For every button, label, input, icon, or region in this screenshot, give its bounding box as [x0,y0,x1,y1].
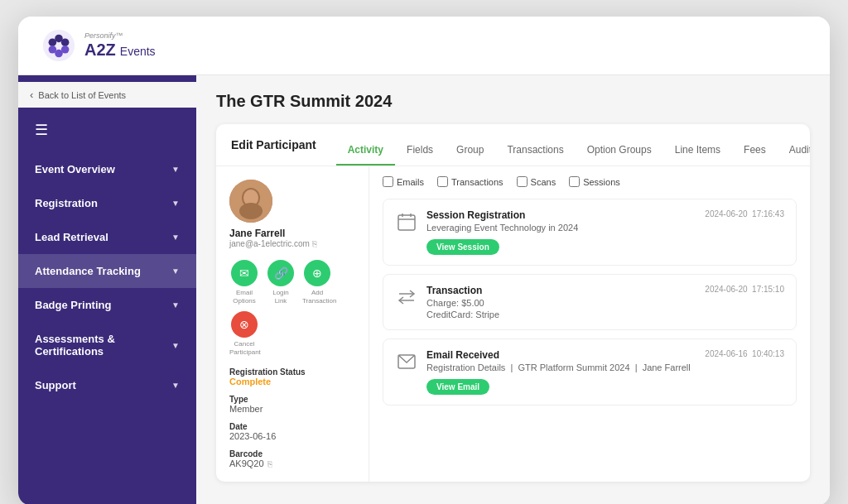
calendar-icon [395,210,418,233]
header: Personify™ A2Z Events [18,17,830,75]
activity-left: Transaction Charge: $5.00 CreditCard: St… [395,285,499,319]
chevron-down-icon: ▼ [171,341,180,350]
type-label: Type [229,395,355,404]
sessions-checkbox[interactable] [569,176,580,187]
email-options-label: Email Options [229,289,259,305]
cancel-participant-button[interactable]: ⊗ Cancel Participant [229,311,259,356]
chevron-down-icon: ▼ [171,300,180,310]
sidebar-registration-label: Registration [35,197,98,209]
filter-scans[interactable]: Scans [517,176,556,187]
tabs-container: Activity Fields Group Transactions Optio… [336,136,810,166]
avatar [229,180,272,223]
reg-status-label: Registration Status [229,367,355,377]
sidebar-item-attendance-tracking[interactable]: Attendance Tracking ▼ [18,254,196,288]
action-icons: ✉ Email Options 🔗 Login Link ⊕ Add Trans… [229,260,355,356]
main-layout: ‹ Back to List of Events ☰ Event Overvie… [18,75,830,504]
email-datetime: 2024-06-16 10:40:13 [705,349,784,358]
sidebar-badge-printing-label: Badge Printing [35,299,111,311]
logo-events-label: Events [120,46,156,58]
tab-fields[interactable]: Fields [395,136,445,166]
sidebar-item-event-overview[interactable]: Event Overview ▼ [18,152,196,186]
svg-rect-11 [398,215,415,230]
cancel-icon: ⊗ [231,311,258,338]
chevron-down-icon: ▼ [171,266,180,276]
filter-sessions[interactable]: Sessions [569,176,620,187]
app-window: Personify™ A2Z Events ‹ Back to List of … [18,17,830,504]
tab-transactions[interactable]: Transactions [495,136,575,166]
date-value: 2023-06-16 [229,431,355,441]
chevron-down-icon: ▼ [171,199,180,208]
chevron-down-icon: ▼ [171,165,180,174]
tab-fees[interactable]: Fees [732,136,778,166]
svg-point-3 [61,38,70,46]
add-icon: ⊕ [304,260,330,286]
activity-header: Transaction Charge: $5.00 CreditCard: St… [395,285,784,319]
tab-activity[interactable]: Activity [336,136,395,166]
email-subtitle: Registration Details | GTR Platform Summ… [426,362,691,372]
right-panel: Emails Transactions Scans Sessions [369,166,810,482]
session-title: Session Registration [426,209,578,221]
svg-point-10 [239,203,263,219]
tab-option-groups[interactable]: Option Groups [576,136,663,166]
filter-transactions[interactable]: Transactions [437,176,504,187]
transactions-checkbox[interactable] [437,176,448,187]
sidebar-item-assessments[interactable]: Assessments & Certifications ▼ [18,322,196,368]
session-activity-details: Session Registration Leveraging Event Te… [426,209,578,255]
session-subtitle: Leveraging Event Technology in 2024 [426,223,578,233]
logo-area: Personify™ A2Z Events [41,28,156,63]
view-email-button[interactable]: View Email [426,379,489,395]
hamburger-menu-icon[interactable]: ☰ [18,108,196,146]
activity-left: Email Received Registration Details | GT… [395,349,691,395]
view-session-button[interactable]: View Session [426,239,499,255]
login-link-button[interactable]: 🔗 Login Link [266,260,296,305]
barcode-row: AK9Q20 ⎘ [229,458,355,468]
back-to-list-button[interactable]: ‹ Back to List of Events [18,82,196,108]
sidebar: ‹ Back to List of Events ☰ Event Overvie… [18,75,196,504]
tab-line-items[interactable]: Line Items [663,136,732,166]
sidebar-item-support[interactable]: Support ▼ [18,368,196,402]
sidebar-item-registration[interactable]: Registration ▼ [18,186,196,220]
session-datetime: 2024-06-20 17:16:43 [705,209,784,218]
envelope-icon [395,350,418,373]
chevron-down-icon: ▼ [171,233,180,242]
sidebar-lead-retrieval-label: Lead Retrieval [35,231,108,243]
barcode-label: Barcode [229,449,355,458]
transaction-subtitle: Charge: $5.00 [426,298,499,308]
sidebar-nav: Event Overview ▼ Registration ▼ Lead Ret… [18,152,196,402]
sidebar-event-overview-label: Event Overview [35,163,115,175]
back-arrow-icon: ‹ [30,89,33,101]
type-value: Member [229,404,355,414]
copy-email-icon[interactable]: ⎘ [312,239,317,248]
card-body: Jane Farrell jane@a-1electric.com ⎘ ✉ Em… [216,166,810,482]
copy-barcode-icon[interactable]: ⎘ [267,459,272,468]
email-options-button[interactable]: ✉ Email Options [229,260,259,305]
scans-checkbox[interactable] [517,176,528,187]
sidebar-attendance-tracking-label: Attendance Tracking [35,265,141,277]
transaction-detail: CreditCard: Stripe [426,310,499,319]
sidebar-assessments-label: Assessments & Certifications [35,333,171,358]
left-panel: Jane Farrell jane@a-1electric.com ⎘ ✉ Em… [216,166,369,482]
cancel-participant-label: Cancel Participant [229,340,259,356]
activity-header: Session Registration Leveraging Event Te… [395,209,784,255]
transaction-title: Transaction [426,285,499,296]
tab-audit-log[interactable]: Audit Log [778,136,810,166]
add-transaction-label: Add Transaction [302,289,332,305]
filter-emails[interactable]: Emails [383,176,424,187]
sidebar-item-badge-printing[interactable]: Badge Printing ▼ [18,288,196,322]
participant-email: jane@a-1electric.com ⎘ [229,239,355,248]
emails-checkbox[interactable] [383,176,393,187]
logo-a2z-label: A2Z [84,41,116,59]
sidebar-item-lead-retrieval[interactable]: Lead Retrieval ▼ [18,220,196,254]
edit-participant-title: Edit Participant [231,138,316,163]
tab-group[interactable]: Group [445,136,495,166]
add-transaction-button[interactable]: ⊕ Add Transaction [302,260,332,305]
avatar-image [229,180,272,223]
email-title: Email Received [426,349,691,361]
filter-row: Emails Transactions Scans Sessions [383,176,797,187]
email-icon: ✉ [231,260,258,286]
back-label: Back to List of Events [38,90,126,100]
barcode-value: AK9Q20 [229,458,264,468]
card-header: Edit Participant Activity Fields Group T… [216,124,810,166]
page-title: The GTR Summit 2024 [216,92,810,111]
content-area: The GTR Summit 2024 Edit Participant Act… [196,75,830,504]
